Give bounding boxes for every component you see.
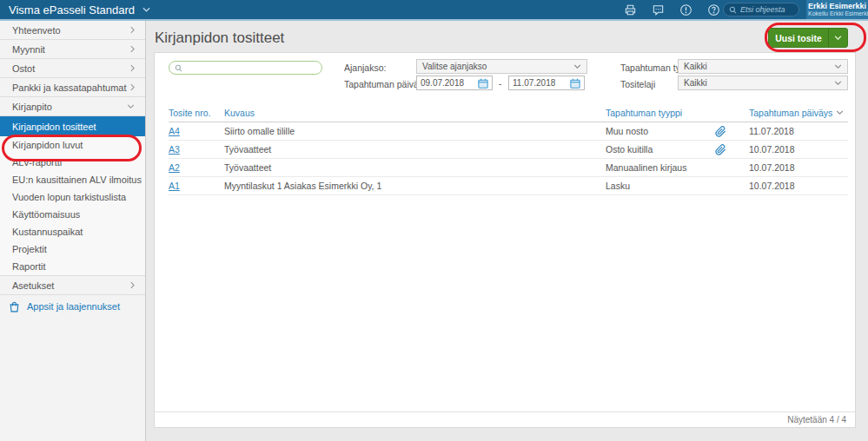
document-type-select[interactable]: Kaikki: [678, 76, 848, 90]
sidebar-item-kustannuspaikat[interactable]: Kustannuspaikat: [0, 223, 145, 240]
chevron-right-icon: [130, 64, 135, 72]
cell-date: 11.07.2018: [749, 126, 836, 136]
chevron-down-icon: [127, 104, 135, 109]
cell-type: Osto kuitilla: [606, 144, 715, 155]
new-document-dropdown[interactable]: [828, 29, 847, 47]
sidebar-item-raportit[interactable]: Raportit: [0, 258, 145, 275]
sidebar-item-alv-raportti[interactable]: ALV-raportti: [0, 154, 145, 171]
main-content: Kirjanpidon tositteet Uusi tosite Ajanja…: [146, 21, 868, 441]
cell-type: Muu nosto: [606, 126, 715, 136]
topbar-icons: [624, 0, 720, 19]
calendar-icon[interactable]: [570, 78, 580, 89]
transaction-type-select[interactable]: Kaikki: [678, 59, 848, 74]
documents-card: Ajanjakso: Valitse ajanjakso Tapahtuman …: [154, 52, 856, 428]
cell-description: Työvaatteet: [224, 162, 606, 173]
table-row: A4 Siirto omalle tilille Muu nosto 11.07…: [169, 122, 848, 141]
sidebar-item-vuoden-lopun-tarkistuslista[interactable]: Vuoden lopun tarkistuslista: [0, 188, 145, 206]
sidebar-item-kirjanpito[interactable]: Kirjanpito: [0, 97, 145, 116]
column-header-nr[interactable]: Tosite nro.: [169, 108, 224, 118]
chevron-right-icon: [130, 83, 135, 91]
sidebar-item-kayttoomaisuus[interactable]: Käyttöomaisuus: [0, 206, 145, 223]
topbar: Visma ePasseli Standard Erkki Esimerkki …: [0, 0, 868, 21]
sidebar-item-yhteenveto[interactable]: Yhteenveto: [0, 21, 145, 40]
chevron-down-icon: [834, 64, 842, 69]
chat-icon[interactable]: [652, 3, 665, 16]
user-name: Erkki Esimerkki: [808, 2, 868, 10]
table-header-row: Tosite nro. Kuvaus Tapahtuman tyyppi Tap…: [169, 103, 848, 122]
cell-description: Työvaatteet: [224, 144, 606, 155]
document-link[interactable]: A4: [169, 126, 180, 136]
sidebar-item-kirjanpidon-tositteet[interactable]: Kirjanpidon tositteet: [0, 116, 145, 136]
chevron-right-icon: [130, 26, 135, 34]
cell-date: 10.07.2018: [749, 144, 836, 155]
table-row: A2 Työvaatteet Manuaalinen kirjaus 10.07…: [169, 159, 848, 177]
results-count: Näytetään 4 / 4: [155, 411, 855, 427]
sidebar-item-appsit-ja-laajennukset[interactable]: Appsit ja laajennukset: [0, 296, 145, 317]
chevron-down-icon: [142, 7, 150, 12]
search-icon: [175, 64, 182, 72]
date-range-label: Tapahtuman päiväys: [344, 79, 427, 89]
documents-table: Tosite nro. Kuvaus Tapahtuman tyyppi Tap…: [169, 103, 848, 195]
chevron-right-icon: [130, 45, 135, 53]
chevron-down-icon: [834, 81, 842, 85]
table-row: A3 Työvaatteet Osto kuitilla 10.07.2018: [169, 141, 848, 159]
date-range-separator: -: [499, 79, 501, 89]
help-search: [723, 3, 799, 16]
shopping-bag-icon: [9, 301, 20, 313]
period-select[interactable]: Valitse ajanjakso: [416, 59, 587, 74]
sidebar-item-kirjanpidon-luvut[interactable]: Kirjanpidon luvut: [0, 136, 145, 154]
document-type-label: Tositelaji: [620, 79, 655, 89]
sidebar-item-pankki[interactable]: Pankki ja kassatapahtumat: [0, 78, 145, 97]
date-from-field: [416, 76, 493, 90]
date-to-field: [508, 76, 585, 90]
date-to-input[interactable]: [513, 78, 561, 88]
chevron-down-icon: [573, 64, 581, 69]
period-label: Ajanjakso:: [344, 63, 386, 73]
table-search: [169, 61, 322, 75]
sidebar-item-eu-alv-ilmoitus[interactable]: EU:n kausittainen ALV ilmoitus: [0, 171, 145, 188]
cell-description: Siirto omalle tilille: [224, 126, 606, 136]
user-menu[interactable]: Erkki Esimerkki Kokeilu Erkki Esimerkki: [806, 0, 868, 19]
sidebar-item-projektit[interactable]: Projektit: [0, 240, 145, 258]
document-link[interactable]: A3: [169, 144, 180, 155]
help-search-input[interactable]: [740, 5, 792, 14]
sort-chevron-down-icon[interactable]: [836, 110, 848, 115]
kirjanpito-submenu: Kirjanpidon tositteet Kirjanpidon luvut …: [0, 116, 145, 275]
help-icon[interactable]: [707, 3, 720, 16]
cell-type: Manuaalinen kirjaus: [606, 162, 715, 173]
paperclip-icon[interactable]: [715, 144, 726, 155]
page-title: Kirjanpidon tositteet: [155, 30, 284, 47]
column-header-date[interactable]: Tapahtuman päiväys: [749, 108, 836, 118]
chevron-right-icon: [130, 281, 135, 289]
document-link[interactable]: A1: [169, 181, 180, 191]
search-icon: [729, 6, 737, 14]
alert-icon[interactable]: [679, 3, 692, 16]
date-from-input[interactable]: [421, 78, 469, 88]
printer-icon[interactable]: [624, 3, 637, 16]
column-header-type[interactable]: Tapahtuman tyyppi: [606, 108, 715, 118]
sidebar-item-myynnit[interactable]: Myynnit: [0, 40, 145, 59]
sidebar-item-asetukset[interactable]: Asetukset: [0, 276, 145, 295]
table-search-input[interactable]: [186, 63, 316, 73]
chevron-down-icon: [834, 36, 842, 40]
calendar-icon[interactable]: [478, 78, 488, 89]
cell-date: 10.07.2018: [749, 162, 836, 173]
cell-description: Myyntilaskut 1 Asiakas Esimerkki Oy, 1: [224, 181, 606, 191]
app-menu[interactable]: Visma ePasseli Standard: [9, 0, 150, 19]
paperclip-icon[interactable]: [715, 126, 726, 137]
cell-type: Lasku: [606, 181, 715, 191]
table-row: A1 Myyntilaskut 1 Asiakas Esimerkki Oy, …: [169, 177, 848, 195]
column-header-desc[interactable]: Kuvaus: [224, 108, 606, 118]
user-company: Kokeilu Erkki Esimerkki: [808, 10, 868, 17]
app-title: Visma ePasseli Standard: [9, 3, 135, 16]
new-document-button[interactable]: Uusi tosite: [768, 28, 848, 48]
sidebar: Yhteenveto Myynnit Ostot Pankki ja kassa…: [0, 21, 146, 441]
document-link[interactable]: A2: [169, 162, 180, 173]
cell-date: 10.07.2018: [749, 181, 836, 191]
sidebar-item-ostot[interactable]: Ostot: [0, 59, 145, 78]
